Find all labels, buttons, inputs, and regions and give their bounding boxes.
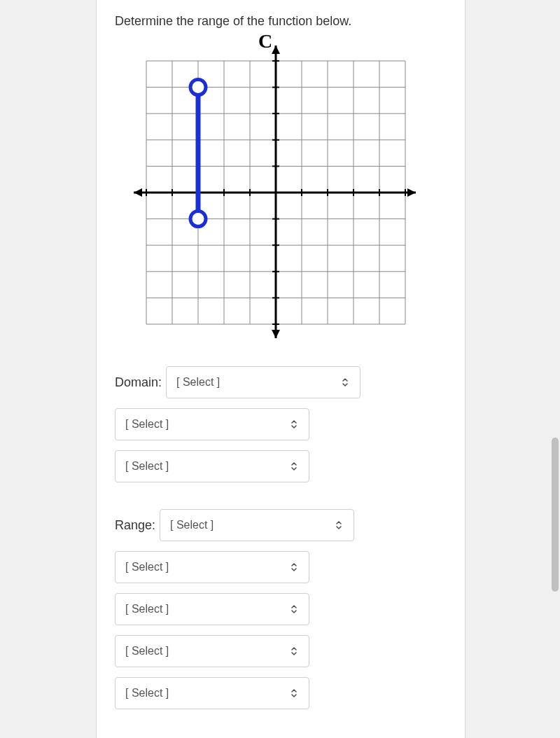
range-select-3[interactable]: [ Select ] bbox=[115, 593, 309, 625]
chevron-up-down-icon bbox=[289, 646, 299, 656]
domain-row-1: Domain: [ Select ] bbox=[115, 366, 447, 398]
svg-marker-27 bbox=[272, 330, 280, 338]
range-row-5: [ Select ] bbox=[115, 677, 447, 709]
select-value: [ Select ] bbox=[125, 687, 282, 699]
question-card: Determine the range of the function belo… bbox=[96, 0, 465, 738]
chevron-up-down-icon bbox=[340, 377, 350, 387]
domain-row-2: [ Select ] bbox=[115, 408, 447, 440]
endpoint-open-bottom bbox=[190, 211, 206, 227]
range-row-1: Range: [ Select ] bbox=[115, 509, 447, 541]
range-row-4: [ Select ] bbox=[115, 635, 447, 667]
range-select-2[interactable]: [ Select ] bbox=[115, 551, 309, 583]
svg-marker-25 bbox=[134, 188, 142, 197]
range-row-2: [ Select ] bbox=[115, 551, 447, 583]
chevron-up-down-icon bbox=[289, 461, 299, 471]
range-row-3: [ Select ] bbox=[115, 593, 447, 625]
select-value: [ Select ] bbox=[125, 418, 282, 431]
graph-svg bbox=[115, 37, 416, 345]
domain-select-1[interactable]: [ Select ] bbox=[166, 366, 360, 398]
chevron-up-down-icon bbox=[334, 520, 344, 530]
range-select-1[interactable]: [ Select ] bbox=[160, 509, 354, 541]
endpoint-open-top bbox=[190, 80, 206, 95]
select-value: [ Select ] bbox=[125, 460, 282, 473]
question-prompt: Determine the range of the function belo… bbox=[115, 14, 447, 29]
svg-marker-24 bbox=[407, 188, 416, 197]
graph: C bbox=[115, 37, 416, 345]
chevron-up-down-icon bbox=[289, 688, 299, 698]
select-value: [ Select ] bbox=[125, 561, 282, 573]
chevron-up-down-icon bbox=[289, 604, 299, 614]
domain-select-3[interactable]: [ Select ] bbox=[115, 450, 309, 482]
chevron-up-down-icon bbox=[289, 562, 299, 572]
chevron-up-down-icon bbox=[289, 419, 299, 429]
range-label: Range: bbox=[115, 518, 155, 533]
select-value: [ Select ] bbox=[125, 603, 282, 615]
svg-marker-26 bbox=[272, 46, 280, 54]
select-value: [ Select ] bbox=[170, 519, 327, 531]
range-select-5[interactable]: [ Select ] bbox=[115, 677, 309, 709]
select-value: [ Select ] bbox=[125, 645, 282, 657]
domain-label: Domain: bbox=[115, 375, 162, 390]
scrollbar-thumb[interactable] bbox=[552, 438, 559, 592]
domain-row-3: [ Select ] bbox=[115, 450, 447, 482]
domain-select-2[interactable]: [ Select ] bbox=[115, 408, 309, 440]
select-value: [ Select ] bbox=[176, 376, 333, 389]
range-select-4[interactable]: [ Select ] bbox=[115, 635, 309, 667]
